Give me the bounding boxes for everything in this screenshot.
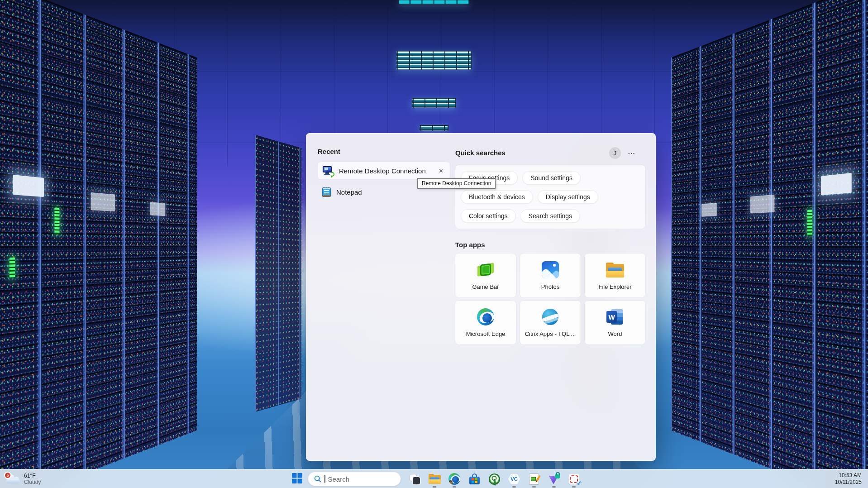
clock-time: 10:53 AM	[839, 472, 862, 479]
key-app-icon	[489, 474, 500, 485]
app-card-microsoft-edge[interactable]: Microsoft Edge	[455, 301, 516, 344]
quick-search-pill-sound-settings[interactable]: Sound settings	[522, 171, 581, 185]
word-icon: W	[606, 308, 625, 326]
rack-screen	[701, 203, 716, 217]
tooltip: Remote Desktop Connection	[417, 178, 496, 189]
game-bar-icon	[476, 261, 495, 279]
snipping-tool-icon: ✂	[568, 474, 580, 485]
photos-icon	[541, 261, 560, 279]
clock-date: 10/11/2025	[835, 479, 862, 486]
quick-search-pill-search-settings[interactable]: Search settings	[520, 209, 581, 223]
task-view-icon	[410, 474, 420, 484]
ceiling-vent-large	[396, 51, 472, 70]
weather-condition: Cloudy	[24, 479, 41, 485]
quick-searches-header: Quick searches	[455, 148, 506, 158]
app-card-citrix[interactable]: Citrix Apps - TQL ...	[520, 301, 581, 344]
recent-section: Recent Remote Desktop Connection ✕ Notep…	[318, 147, 450, 201]
vpn-lock-button[interactable]	[544, 470, 564, 488]
search-icon	[314, 475, 322, 483]
pill-row: Color settings Search settings	[461, 209, 640, 223]
weather-widget[interactable]: 5 61°F Cloudy	[0, 469, 47, 488]
rack-screen	[150, 202, 165, 216]
ceiling-vent-far	[399, 0, 469, 4]
microsoft-store-button[interactable]	[464, 470, 484, 488]
app-card-photos[interactable]: Photos	[520, 254, 581, 297]
right-section: Quick searches J ··· Focus settings Soun…	[455, 147, 645, 344]
quick-search-pill-display-settings[interactable]: Display settings	[538, 190, 598, 204]
scissors-icon: ✂	[575, 478, 583, 488]
top-apps-grid: Game Bar Photos File Explorer Microsoft …	[455, 254, 645, 344]
quick-search-pill-color-settings[interactable]: Color settings	[461, 209, 516, 223]
app-card-file-explorer[interactable]: File Explorer	[585, 254, 645, 297]
taskbar-center: VC ✂	[287, 470, 584, 488]
more-options-icon[interactable]: ···	[628, 150, 635, 157]
key-app-button[interactable]	[484, 470, 504, 488]
start-icon	[292, 473, 302, 485]
cloud-icon: 5	[6, 474, 20, 483]
server-rack-wall-left	[0, 0, 197, 488]
app-label: Game Bar	[472, 283, 499, 290]
remote-desktop-icon	[322, 166, 334, 176]
server-rack-wall-right	[671, 0, 868, 488]
taskbar: 5 61°F Cloudy	[0, 469, 868, 488]
rack-screen	[750, 195, 774, 214]
search-flyout-panel: Recent Remote Desktop Connection ✕ Notep…	[306, 133, 656, 461]
rack-led-bar	[55, 208, 60, 234]
recent-item-remote-desktop[interactable]: Remote Desktop Connection ✕	[318, 162, 450, 179]
quick-searches-card: Focus settings Sound settings Bluetooth …	[455, 165, 645, 229]
top-apps-header: Top apps	[455, 240, 645, 249]
image-editor-icon	[529, 474, 539, 485]
image-editor-button[interactable]	[524, 470, 544, 488]
notepad-icon	[322, 187, 331, 197]
recent-item-label: Notepad	[336, 188, 445, 196]
vc-app-button[interactable]: VC	[504, 470, 524, 488]
vpn-lock-icon	[548, 474, 560, 485]
pill-row: Bluetooth & devices Display settings	[461, 190, 640, 204]
vc-app-icon: VC	[508, 474, 520, 484]
quick-search-pill-bluetooth-devices[interactable]: Bluetooth & devices	[461, 190, 533, 204]
rack-screen	[91, 192, 115, 211]
taskbar-clock[interactable]: 10:53 AM 10/11/2025	[835, 469, 868, 488]
file-explorer-icon	[429, 474, 441, 484]
server-rack-far-left	[255, 134, 301, 412]
edge-work-icon	[448, 473, 460, 485]
app-label: File Explorer	[599, 283, 632, 290]
ceiling-vent-medium	[412, 98, 456, 108]
weather-temperature: 61°F	[24, 473, 41, 479]
recent-item-label: Remote Desktop Connection	[339, 167, 431, 175]
microsoft-store-icon	[469, 474, 480, 484]
app-card-word[interactable]: W Word	[585, 301, 645, 344]
citrix-icon	[541, 308, 560, 326]
rack-screen	[821, 173, 852, 195]
edge-icon	[476, 308, 495, 326]
rack-led-bar	[10, 258, 15, 278]
app-label: Microsoft Edge	[466, 330, 506, 337]
taskbar-search-box[interactable]	[308, 472, 401, 486]
weather-text: 61°F Cloudy	[24, 473, 41, 485]
app-label: Citrix Apps - TQL ...	[525, 330, 576, 337]
search-input[interactable]	[328, 475, 391, 483]
app-label: Word	[608, 330, 622, 337]
quick-searches-header-row: Quick searches J ···	[455, 147, 645, 159]
close-icon[interactable]: ✕	[437, 167, 445, 175]
rack-led-bar	[807, 210, 812, 236]
app-card-game-bar[interactable]: Game Bar	[455, 254, 516, 297]
start-button[interactable]	[287, 470, 307, 488]
recent-header: Recent	[318, 147, 450, 156]
rack-screen	[13, 175, 44, 197]
text-caret	[324, 475, 325, 483]
edge-button[interactable]	[444, 470, 464, 488]
file-explorer-button[interactable]	[424, 470, 444, 488]
file-explorer-icon	[606, 261, 625, 279]
notification-badge: 5	[4, 472, 11, 479]
avatar[interactable]: J	[609, 147, 621, 159]
snipping-tool-button[interactable]: ✂	[564, 470, 584, 488]
task-view-button[interactable]	[405, 470, 424, 488]
app-label: Photos	[541, 283, 559, 290]
ceiling-vent-small	[420, 125, 448, 131]
